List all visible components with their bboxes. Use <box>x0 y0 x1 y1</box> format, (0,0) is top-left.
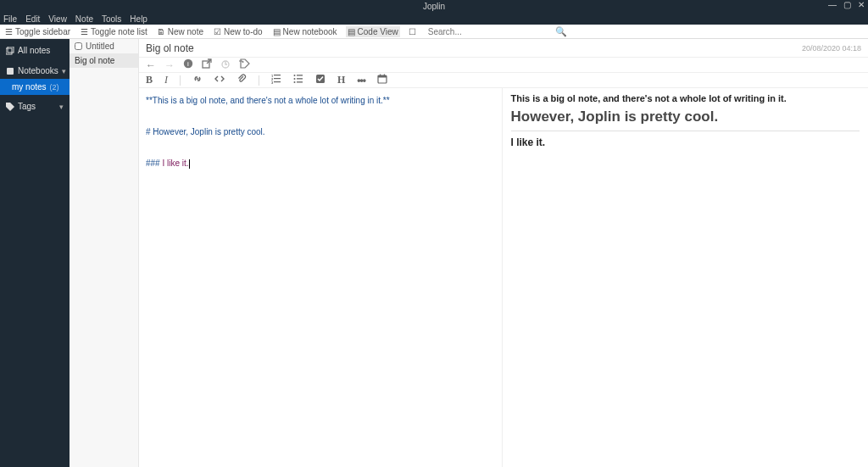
menubar: File Edit View Note Tools Help <box>0 13 868 25</box>
svg-rect-19 <box>297 81 303 82</box>
sidebar-item-mynotes[interactable]: my notes (2) <box>0 79 70 95</box>
note-title-input[interactable] <box>146 42 802 54</box>
markdown-editor[interactable]: **This is a big ol note, and there's not… <box>139 88 503 467</box>
svg-rect-24 <box>384 75 385 77</box>
code-block-icon[interactable] <box>214 74 225 86</box>
link-icon[interactable] <box>192 74 203 86</box>
hr-icon[interactable]: ••• <box>357 75 365 86</box>
preview-h1: However, Joplin is pretty cool. <box>511 108 860 131</box>
svg-text:3: 3 <box>271 81 274 84</box>
chevron-down-icon: ▾ <box>62 67 66 75</box>
close-icon[interactable]: ✕ <box>858 0 865 9</box>
new-todo-button[interactable]: ☑ New to-do <box>212 26 264 37</box>
list-icon: ☰ <box>5 28 13 36</box>
toggle-notelist-label: Toggle note list <box>91 27 147 36</box>
svg-point-14 <box>294 75 296 76</box>
notelist-item[interactable]: Untitled <box>70 39 138 53</box>
menu-file[interactable]: File <box>3 14 17 24</box>
sidebar-all-notes-label: All notes <box>18 46 50 55</box>
book-icon <box>6 67 14 75</box>
svg-point-16 <box>294 78 296 80</box>
toolbar: ☰ Toggle sidebar ☰ Toggle note list 🗎 Ne… <box>0 25 868 39</box>
md-line-2: # However, Joplin is pretty cool. <box>146 127 265 136</box>
notelist-item-title: Untitled <box>86 42 114 51</box>
code-view-label: Code View <box>358 27 398 36</box>
minimize-icon[interactable]: — <box>828 0 837 9</box>
notelist-item-title: Big ol note <box>75 56 114 65</box>
notebook-icon: ▤ <box>273 28 281 36</box>
sidebar-item-count: (2) <box>50 83 59 92</box>
toggle-notelist-button[interactable]: ☰ Toggle note list <box>79 26 149 37</box>
numbered-list-icon[interactable]: 123 <box>271 74 281 86</box>
editor-toolbar-format: B I 123 H ••• <box>139 73 868 88</box>
svg-rect-1 <box>8 47 14 53</box>
checkbox-icon: ☑ <box>214 28 221 36</box>
list-icon: ☰ <box>81 28 88 36</box>
separator <box>259 75 259 86</box>
md-line-3-sym: ### <box>146 158 162 168</box>
search-icon[interactable]: 🔍 <box>555 26 567 37</box>
sidebar-all-notes[interactable]: All notes <box>0 42 70 59</box>
toggle-sidebar-button[interactable]: ☰ Toggle sidebar <box>3 26 72 37</box>
preview-bold-line: This is a big ol note, and there's not a… <box>511 93 860 103</box>
tags-icon <box>6 103 14 111</box>
menu-note[interactable]: Note <box>75 14 93 24</box>
new-notebook-button[interactable]: ▤ New notebook <box>271 26 339 37</box>
search-input[interactable] <box>428 27 555 36</box>
bullet-list-icon[interactable] <box>293 74 303 86</box>
forward-icon[interactable]: → <box>164 59 175 71</box>
new-note-button[interactable]: 🗎 New note <box>156 26 205 37</box>
layout-toggle-button[interactable]: ☐ <box>407 27 418 36</box>
svg-rect-0 <box>6 48 12 54</box>
checkbox-list-icon[interactable] <box>315 74 326 86</box>
editor-column: 20/08/2020 04:18 ← → i B I <box>139 39 868 467</box>
sidebar-tags-header[interactable]: Tags ▾ <box>0 98 70 114</box>
notelist-item[interactable]: Big ol note <box>70 53 138 68</box>
back-icon[interactable]: ← <box>146 59 156 71</box>
svg-rect-9 <box>274 75 281 75</box>
split-pane: **This is a big ol note, and there's not… <box>139 88 868 467</box>
note-title-row: 20/08/2020 04:18 <box>139 39 868 58</box>
datetime-icon[interactable] <box>377 74 387 86</box>
notelist: Untitled Big ol note <box>70 39 139 467</box>
notes-stack-icon <box>6 47 14 55</box>
new-note-label: New note <box>168 27 203 36</box>
new-notebook-label: New notebook <box>283 27 337 36</box>
tag-icon[interactable] <box>239 58 251 71</box>
info-icon[interactable]: i <box>183 58 193 71</box>
code-view-button[interactable]: ▤ Code View <box>346 26 400 37</box>
heading-icon[interactable]: H <box>337 74 345 86</box>
external-link-icon[interactable] <box>202 58 212 71</box>
editor-toolbar-nav: ← → i <box>139 58 868 73</box>
svg-rect-22 <box>378 75 387 78</box>
svg-rect-11 <box>274 78 281 79</box>
svg-rect-2 <box>7 68 14 75</box>
maximize-icon[interactable]: ▢ <box>843 0 851 9</box>
note-icon: 🗎 <box>158 28 165 36</box>
attachment-icon[interactable] <box>236 74 247 86</box>
sidebar-notebooks-header[interactable]: Notebooks ▾ <box>0 63 70 79</box>
svg-rect-13 <box>274 81 281 82</box>
code-icon: ▤ <box>348 28 355 36</box>
preview-h3: I like it. <box>511 136 860 148</box>
preview-pane: This is a big ol note, and there's not a… <box>503 88 869 467</box>
menu-help[interactable]: Help <box>130 14 147 24</box>
separator <box>180 75 181 86</box>
italic-icon[interactable]: I <box>164 74 168 86</box>
menu-edit[interactable]: Edit <box>25 14 40 24</box>
svg-rect-17 <box>297 78 303 79</box>
alarm-icon[interactable] <box>220 58 231 71</box>
sidebar-notebooks-label: Notebooks <box>18 66 58 75</box>
menu-tools[interactable]: Tools <box>102 14 121 24</box>
md-line-1: **This is a big ol note, and there's not… <box>146 96 390 105</box>
todo-checkbox[interactable] <box>75 42 82 50</box>
menu-view[interactable]: View <box>48 14 67 24</box>
svg-rect-15 <box>297 75 303 75</box>
sidebar-item-label: my notes <box>12 82 47 92</box>
search-box[interactable]: 🔍 <box>428 26 572 37</box>
svg-text:i: i <box>187 60 189 68</box>
layout-icon: ☐ <box>409 28 416 36</box>
text-cursor <box>189 159 190 169</box>
bold-icon[interactable]: B <box>146 74 153 86</box>
md-line-3-text: I like it. <box>162 158 188 168</box>
